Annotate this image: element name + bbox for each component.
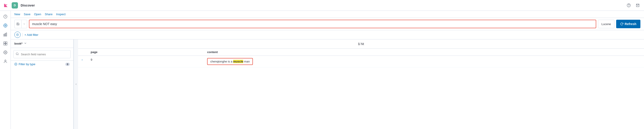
body-area: book* bbox=[11, 39, 644, 129]
page-column-header[interactable]: page bbox=[87, 49, 204, 56]
save-icon bbox=[14, 20, 22, 28]
filter-by-type-button[interactable]: Filter by type bbox=[14, 62, 35, 66]
sidebar: book* bbox=[11, 39, 74, 129]
svg-rect-9 bbox=[4, 34, 4, 36]
svg-rect-13 bbox=[6, 42, 7, 43]
top-bar: D Discover bbox=[0, 0, 644, 11]
svg-rect-15 bbox=[6, 44, 7, 45]
svg-rect-10 bbox=[5, 34, 6, 36]
results-area: 1 hit page content › bbox=[78, 39, 644, 129]
nav-visualize-button[interactable] bbox=[1, 30, 10, 38]
open-button[interactable]: Open bbox=[34, 12, 41, 16]
svg-point-1 bbox=[629, 6, 629, 6]
app-layout: New Save Open Share Inspect bbox=[0, 11, 644, 129]
page-title: Discover bbox=[21, 3, 622, 7]
table-row: › 9 chenqionghe is a muscle man bbox=[78, 56, 644, 67]
table-header-row: page content bbox=[78, 49, 644, 56]
app-avatar: D bbox=[12, 2, 18, 8]
svg-point-17 bbox=[5, 60, 6, 61]
save-button[interactable]: Save bbox=[24, 12, 30, 16]
hit-count: 1 bbox=[358, 42, 360, 46]
svg-point-16 bbox=[5, 52, 6, 53]
search-input[interactable] bbox=[29, 20, 596, 28]
content-column-header[interactable]: content bbox=[204, 49, 644, 56]
content-cell: chenqionghe is a muscle man bbox=[204, 56, 644, 67]
lucene-button[interactable]: Lucene bbox=[598, 20, 614, 28]
nav-user-button[interactable] bbox=[1, 57, 10, 65]
search-input-wrapper bbox=[29, 20, 596, 28]
content-prefix: chenqionghe is a bbox=[210, 60, 233, 63]
sidebar-index: book* bbox=[11, 39, 74, 48]
index-name: book* bbox=[14, 42, 22, 45]
filter-options-button[interactable] bbox=[14, 32, 21, 38]
sidebar-collapse-toggle[interactable] bbox=[74, 39, 78, 129]
content-suffix: man bbox=[243, 60, 250, 63]
filter-divider bbox=[22, 33, 23, 36]
results-header: 1 hit bbox=[78, 39, 644, 49]
filter-count-badge: 0 bbox=[65, 63, 70, 66]
expand-column-header bbox=[78, 49, 87, 56]
index-chevron-icon[interactable] bbox=[24, 42, 27, 45]
mail-button[interactable] bbox=[634, 2, 641, 9]
kibana-logo bbox=[3, 2, 9, 8]
svg-rect-12 bbox=[4, 42, 5, 43]
refresh-button[interactable]: Refresh bbox=[616, 20, 640, 28]
help-button[interactable] bbox=[625, 2, 632, 9]
svg-point-4 bbox=[5, 25, 6, 26]
inspect-button[interactable]: Inspect bbox=[56, 12, 66, 16]
sidebar-filter-row: Filter by type 0 bbox=[11, 61, 74, 68]
sidebar-search-wrapper bbox=[14, 50, 71, 58]
page-cell: 9 bbox=[87, 56, 204, 67]
share-button[interactable]: Share bbox=[45, 12, 52, 16]
action-bar: New Save Open Share Inspect bbox=[11, 11, 644, 18]
search-save-button[interactable] bbox=[14, 20, 27, 28]
content-value: chenqionghe is a muscle man bbox=[207, 58, 253, 65]
svg-rect-14 bbox=[4, 44, 5, 45]
nav-discover-button[interactable] bbox=[1, 21, 10, 29]
top-bar-icons bbox=[625, 2, 641, 9]
row-expand-button[interactable]: › bbox=[82, 58, 82, 61]
search-bar-area: Lucene Refresh bbox=[11, 18, 644, 30]
field-search-input[interactable] bbox=[14, 50, 71, 58]
chevron-down-icon bbox=[22, 20, 27, 28]
svg-rect-11 bbox=[6, 33, 7, 36]
filter-by-type-label: Filter by type bbox=[18, 62, 35, 66]
nav-management-button[interactable] bbox=[1, 48, 10, 56]
sidebar-search bbox=[11, 48, 74, 61]
nav-recent-button[interactable] bbox=[1, 12, 10, 21]
content-highlight: muscle bbox=[233, 60, 243, 63]
add-filter-button[interactable]: + Add filter bbox=[24, 33, 38, 36]
new-button[interactable]: New bbox=[14, 12, 20, 16]
main-content: New Save Open Share Inspect bbox=[11, 11, 644, 129]
left-nav bbox=[0, 11, 11, 129]
filter-bar: + Add filter bbox=[11, 30, 644, 39]
results-table: page content › 9 chenqionghe bbox=[78, 49, 644, 67]
nav-dashboard-button[interactable] bbox=[1, 39, 10, 47]
expand-cell: › bbox=[78, 56, 87, 67]
